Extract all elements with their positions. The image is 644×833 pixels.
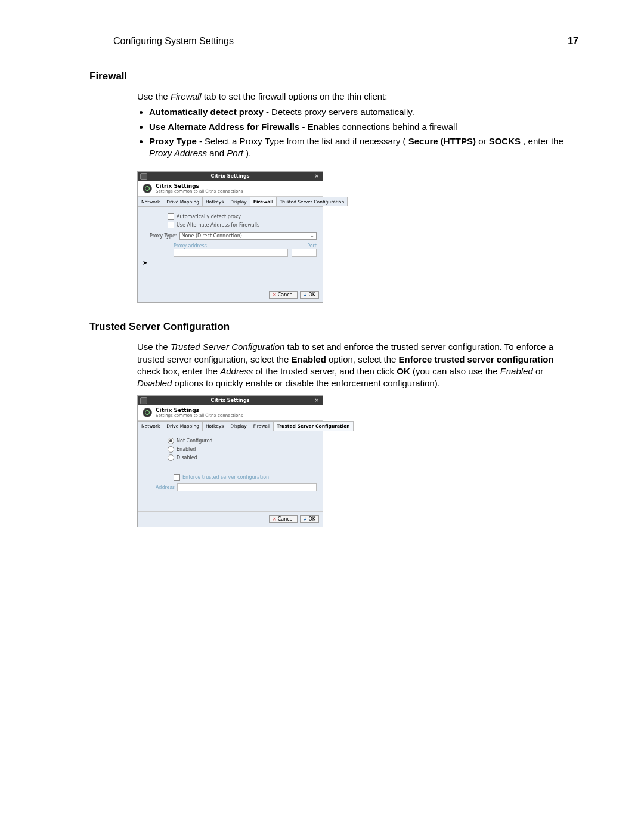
b: SOCKS xyxy=(489,136,521,146)
enforce-label: Enforce trusted server configuration xyxy=(182,475,269,480)
proxy-address-input[interactable] xyxy=(174,249,288,257)
dialog-titlebar[interactable]: Citrix Settings × xyxy=(138,396,323,405)
enforce-checkbox[interactable] xyxy=(174,474,180,481)
ok-button[interactable]: ↲ OK xyxy=(300,291,319,299)
firewall-text: Use the Firewall tab to set the firewall… xyxy=(137,91,578,159)
checkbox-row-alt-address: Use Alternate Address for Firewalls xyxy=(168,222,317,228)
citrix-icon xyxy=(143,408,152,417)
address-label: Address xyxy=(156,485,174,490)
auto-detect-proxy-checkbox[interactable] xyxy=(168,213,174,220)
close-icon[interactable]: × xyxy=(314,397,319,403)
b: OK xyxy=(397,366,410,376)
page-number: 17 xyxy=(568,36,578,47)
proxy-inputs xyxy=(174,249,317,257)
x-icon: ✕ xyxy=(273,516,277,522)
tab-drive-mapping[interactable]: Drive Mapping xyxy=(163,421,203,431)
bullet-alt-address: Use Alternate Address for Firewalls - En… xyxy=(149,121,578,133)
proxy-type-row: Proxy Type: None (Direct Connection) ⌄ xyxy=(150,232,317,240)
radio-row-not-configured: Not Configured xyxy=(168,438,317,444)
enter-icon: ↲ xyxy=(304,292,308,298)
tab-hotkeys[interactable]: Hotkeys xyxy=(202,421,227,431)
proxy-type-select[interactable]: None (Direct Connection) ⌄ xyxy=(179,232,317,240)
t: ). xyxy=(246,148,251,158)
t: Use the xyxy=(137,342,171,352)
bullet-auto-detect: Automatically detect proxy - Detects pro… xyxy=(149,106,578,118)
dialog-header-subtitle: Settings common to all Citrix connection… xyxy=(156,413,243,418)
tab-trusted-server[interactable]: Trusted Server Configuration xyxy=(273,421,354,431)
dialog-titlebar[interactable]: Citrix Settings × xyxy=(138,172,323,181)
not-configured-label: Not Configured xyxy=(177,438,212,444)
proxy-type-value: None (Direct Connection) xyxy=(182,233,242,239)
t: and xyxy=(209,148,227,158)
b: Use Alternate Address for Firewalls xyxy=(149,122,299,132)
proxy-headers: Proxy address Port xyxy=(174,243,317,249)
dialog-header: Citrix Settings Settings common to all C… xyxy=(138,181,323,197)
tab-hotkeys[interactable]: Hotkeys xyxy=(202,197,227,206)
tab-network[interactable]: Network xyxy=(138,421,163,431)
tab-network[interactable]: Network xyxy=(138,197,163,206)
not-configured-radio[interactable] xyxy=(168,438,174,444)
enabled-radio[interactable] xyxy=(168,446,174,453)
chevron-down-icon: ⌄ xyxy=(310,233,314,239)
tab-firewall[interactable]: Firewall xyxy=(250,197,277,206)
t: - Select a Proxy Type from the list and … xyxy=(199,136,406,146)
enforce-row: Enforce trusted server configuration xyxy=(174,474,317,481)
auto-detect-proxy-label: Automatically detect proxy xyxy=(177,214,241,219)
dialog-header-title: Citrix Settings xyxy=(156,407,243,413)
port-input[interactable] xyxy=(292,249,317,257)
em: Disabled xyxy=(137,378,172,388)
ok-label: OK xyxy=(308,292,315,298)
b: Proxy Type xyxy=(149,136,197,146)
port-label: Port xyxy=(307,243,317,249)
b: Automatically detect proxy xyxy=(149,107,264,117)
tab-display[interactable]: Display xyxy=(227,197,250,206)
tab-drive-mapping[interactable]: Drive Mapping xyxy=(163,197,203,206)
t: , enter the xyxy=(523,136,564,146)
citrix-settings-dialog-firewall: Citrix Settings × Citrix Settings Settin… xyxy=(137,171,323,303)
citrix-icon xyxy=(143,184,152,193)
checkbox-row-auto-detect: Automatically detect proxy xyxy=(168,213,317,220)
t: tab to set the firewall options on the t… xyxy=(204,91,388,101)
em: Address xyxy=(220,366,253,376)
dialog-tabs: Network Drive Mapping Hotkeys Display Fi… xyxy=(138,421,323,431)
em: Enabled xyxy=(500,366,533,376)
running-title: Configuring System Settings xyxy=(113,36,234,47)
t: (you can also use the xyxy=(413,366,500,376)
cancel-button[interactable]: ✕ Cancel xyxy=(269,291,298,299)
proxy-address-label: Proxy address xyxy=(174,243,304,249)
alt-address-checkbox[interactable] xyxy=(168,222,174,228)
dialog-body: Automatically detect proxy Use Alternate… xyxy=(138,207,323,287)
ok-button[interactable]: ↲ OK xyxy=(300,515,319,523)
disabled-radio[interactable] xyxy=(168,454,174,461)
radio-row-enabled: Enabled xyxy=(168,446,317,453)
address-input[interactable] xyxy=(177,483,317,491)
em: Proxy Address xyxy=(149,148,207,158)
cancel-button[interactable]: ✕ Cancel xyxy=(269,515,298,523)
close-icon[interactable]: × xyxy=(314,173,319,179)
dialog-header-title: Citrix Settings xyxy=(156,183,243,189)
cancel-label: Cancel xyxy=(278,292,294,298)
t-em: Firewall xyxy=(171,91,202,101)
cancel-label: Cancel xyxy=(278,516,294,522)
address-row: Address xyxy=(156,483,317,491)
dialog-title: Citrix Settings xyxy=(211,174,250,179)
tab-display[interactable]: Display xyxy=(227,421,250,431)
bullet-proxy-type: Proxy Type - Select a Proxy Type from th… xyxy=(149,135,578,160)
t: or xyxy=(535,366,543,376)
dialog-body: Not Configured Enabled Disabled Enforce … xyxy=(138,431,323,511)
section-heading-firewall: Firewall xyxy=(89,70,578,82)
t: options to quickly enable or disable the… xyxy=(175,378,440,388)
tab-trusted-server[interactable]: Trusted Server Configuration xyxy=(276,197,348,206)
t: or xyxy=(478,136,489,146)
firewall-bullets: Automatically detect proxy - Detects pro… xyxy=(137,106,578,159)
enter-icon: ↲ xyxy=(304,516,308,522)
t: Use the xyxy=(137,91,171,101)
tab-firewall[interactable]: Firewall xyxy=(250,421,274,431)
b: Enforce trusted server configuration xyxy=(399,354,554,364)
window-system-icon xyxy=(140,397,147,404)
t: option, select the xyxy=(329,354,399,364)
em: Trusted Server Configuration xyxy=(171,342,284,352)
dialog-header: Citrix Settings Settings common to all C… xyxy=(138,405,323,421)
radio-row-disabled: Disabled xyxy=(168,454,317,461)
dialog-header-subtitle: Settings common to all Citrix connection… xyxy=(156,189,243,194)
